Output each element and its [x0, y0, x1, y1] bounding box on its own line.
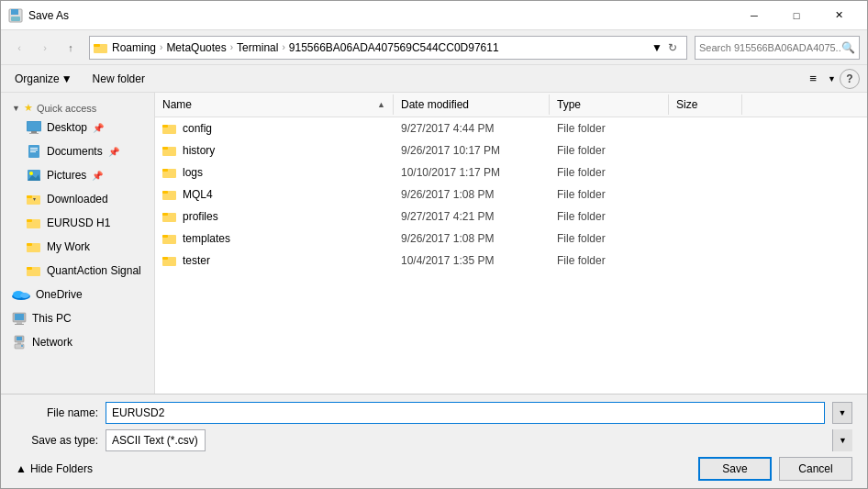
- svg-rect-30: [15, 324, 24, 325]
- folder-icon-tester: [162, 254, 177, 267]
- file-type-tester: File folder: [550, 254, 669, 267]
- organize-dropdown-icon: ▼: [61, 72, 72, 85]
- sidebar-item-downloaded[interactable]: Downloaded: [1, 187, 154, 211]
- file-type-config: File folder: [550, 122, 669, 135]
- svg-rect-29: [17, 322, 22, 324]
- desktop-icon: [27, 121, 41, 134]
- sidebar-item-quantaction[interactable]: QuantAction Signal: [1, 259, 154, 283]
- cancel-button[interactable]: Cancel: [779, 457, 852, 481]
- organize-button[interactable]: Organize ▼: [8, 69, 79, 89]
- file-date-config: 9/27/2017 4:44 PM: [394, 122, 550, 135]
- file-date-templates: 9/26/2017 1:08 PM: [394, 232, 550, 245]
- organize-label: Organize: [15, 72, 60, 85]
- file-list: Name ▲ Date modified Type Size config 9/…: [155, 93, 867, 394]
- crumb-terminal[interactable]: Terminal: [237, 41, 278, 54]
- address-bar[interactable]: Roaming › MetaQuotes › Terminal › 915566…: [89, 36, 687, 60]
- folder-icon-history: [162, 144, 177, 157]
- file-row-mql4[interactable]: MQL4 9/26/2017 1:08 PM File folder: [155, 183, 867, 206]
- svg-rect-11: [30, 151, 36, 152]
- sidebar-item-eurusd[interactable]: EURUSD H1: [1, 211, 154, 235]
- filename-input[interactable]: [106, 402, 825, 424]
- view-dropdown-icon: ▼: [828, 74, 836, 83]
- select-arrow-icon: ▼: [832, 429, 852, 451]
- hide-folders-button[interactable]: ▲ Hide Folders: [16, 462, 93, 475]
- file-date-profiles: 9/27/2017 4:21 PM: [394, 210, 550, 223]
- new-folder-button[interactable]: New folder: [86, 69, 151, 89]
- minimize-button[interactable]: ─: [733, 1, 775, 30]
- file-row-templates[interactable]: templates 9/26/2017 1:08 PM File folder: [155, 228, 867, 250]
- quick-access-group[interactable]: ▼ ★ Quick access: [1, 96, 154, 116]
- file-date-mql4: 9/26/2017 1:08 PM: [394, 188, 550, 201]
- column-name[interactable]: Name ▲: [155, 94, 394, 115]
- quantaction-label: QuantAction Signal: [47, 264, 141, 277]
- sidebar-item-mywork[interactable]: My Work: [1, 235, 154, 259]
- save-button[interactable]: Save: [698, 457, 772, 481]
- file-row-logs[interactable]: logs 10/10/2017 1:17 PM File folder: [155, 161, 867, 183]
- file-row-tester[interactable]: tester 10/4/2017 1:35 PM File folder: [155, 250, 867, 272]
- back-button[interactable]: ‹: [8, 37, 30, 59]
- file-row-config[interactable]: config 9/27/2017 4:44 PM File folder: [155, 117, 867, 139]
- view-options-button[interactable]: ≡: [802, 69, 824, 89]
- crumb-metaquotes[interactable]: MetaQuotes: [166, 41, 226, 54]
- file-name-logs: logs: [155, 166, 394, 179]
- buttons-row: ▲ Hide Folders Save Cancel: [16, 457, 852, 481]
- svg-point-13: [29, 172, 33, 175]
- savetype-wrapper: ASCII Text (*.csv) ▼: [106, 429, 852, 451]
- sidebar-item-thispc[interactable]: This PC: [1, 306, 154, 330]
- file-date-history: 9/26/2017 10:17 PM: [394, 144, 550, 157]
- file-type-mql4: File folder: [550, 188, 669, 201]
- file-name-history: history: [155, 144, 394, 157]
- svg-rect-19: [27, 219, 32, 222]
- file-name-config: config: [155, 122, 394, 135]
- svg-rect-4: [94, 44, 100, 47]
- filetype-select[interactable]: ASCII Text (*.csv): [106, 429, 206, 451]
- sort-arrow-icon: ▲: [377, 100, 385, 109]
- column-type[interactable]: Type: [550, 94, 669, 115]
- help-button[interactable]: ?: [840, 69, 860, 89]
- file-name-mql4: MQL4: [155, 188, 394, 201]
- svg-rect-9: [30, 148, 38, 149]
- sidebar-item-pictures[interactable]: Pictures 📌: [1, 163, 154, 187]
- crumb-sep-3: ›: [282, 42, 284, 52]
- sidebar-item-network[interactable]: Network: [1, 330, 154, 354]
- forward-button[interactable]: ›: [34, 37, 56, 59]
- close-button[interactable]: ✕: [818, 1, 860, 30]
- sidebar-item-documents[interactable]: Documents 📌: [1, 139, 154, 163]
- file-type-templates: File folder: [550, 232, 669, 245]
- network-icon: [12, 335, 27, 350]
- svg-rect-5: [27, 121, 41, 131]
- svg-rect-16: [27, 195, 32, 198]
- column-size[interactable]: Size: [669, 94, 742, 115]
- file-row-profiles[interactable]: profiles 9/27/2017 4:21 PM File folder: [155, 206, 867, 228]
- search-input[interactable]: [699, 42, 841, 53]
- file-list-header: Name ▲ Date modified Type Size: [155, 93, 867, 117]
- svg-point-26: [20, 293, 29, 298]
- mywork-folder-icon: [27, 240, 41, 253]
- address-dropdown-icon[interactable]: ▼: [651, 41, 662, 54]
- folder-icon-logs: [162, 166, 177, 179]
- column-date[interactable]: Date modified: [394, 94, 550, 115]
- forward-icon: ›: [43, 42, 47, 53]
- desktop-label: Desktop: [47, 121, 87, 134]
- thispc-label: This PC: [32, 312, 72, 325]
- filename-dropdown[interactable]: ▼: [832, 402, 852, 424]
- filename-row: File name: ▼: [16, 402, 852, 424]
- svg-point-35: [21, 345, 23, 347]
- search-box[interactable]: 🔍: [695, 36, 860, 60]
- breadcrumb: Roaming › MetaQuotes › Terminal › 915566…: [112, 41, 499, 54]
- sidebar-item-desktop[interactable]: Desktop 📌: [1, 116, 154, 139]
- window-controls: ─ □ ✕: [733, 1, 860, 30]
- sidebar-item-onedrive[interactable]: OneDrive: [1, 283, 154, 306]
- maximize-button[interactable]: □: [775, 1, 818, 30]
- sidebar: ▼ ★ Quick access Desktop 📌: [1, 93, 155, 394]
- refresh-button[interactable]: ↻: [662, 38, 683, 58]
- svg-rect-33: [17, 342, 21, 344]
- filename-label: File name:: [16, 406, 98, 419]
- crumb-roaming[interactable]: Roaming: [112, 41, 156, 54]
- svg-rect-39: [162, 147, 168, 150]
- file-row-history[interactable]: history 9/26/2017 10:17 PM File folder: [155, 139, 867, 161]
- up-button[interactable]: ↑: [60, 37, 82, 59]
- crumb-id[interactable]: 915566BA06ADA407569C544CC0D97611: [289, 41, 499, 54]
- savetype-label: Save as type:: [16, 434, 98, 447]
- svg-rect-21: [27, 243, 32, 246]
